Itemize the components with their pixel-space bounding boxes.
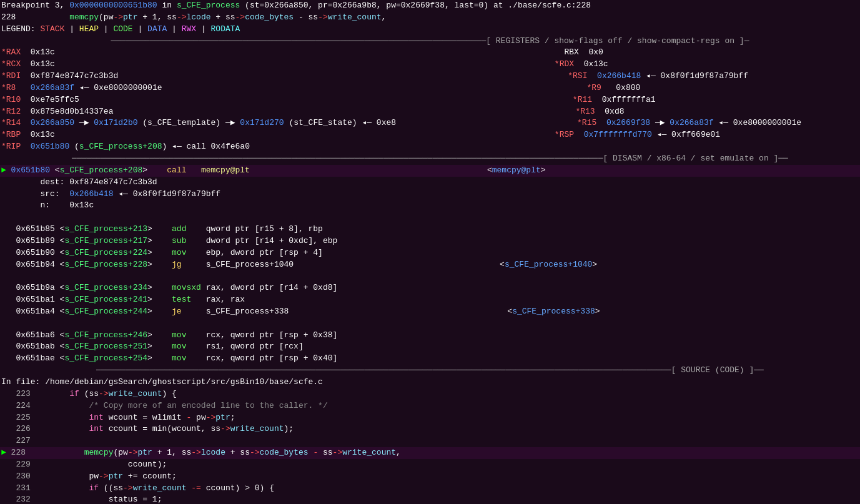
- disasm-7: 0x651ba4 <s_CFE_process+244> je s_CFE_pr…: [0, 306, 860, 318]
- disasm-header: ────────────────────────────────────────…: [0, 153, 860, 165]
- line-preview: 228 memcpy(pw->ptr + 1, ss->lcode + ss->…: [0, 12, 860, 24]
- disasm-src: src: 0x266b418 ◂— 0x8f0f1d9f87a79bff: [0, 189, 860, 200]
- disasm-n: n: 0x13c: [0, 200, 860, 212]
- disasm-2: 0x651b89 <s_CFE_process+217> sub dword p…: [0, 235, 860, 247]
- reg-row-2: *RCX 0x13c*RDX 0x13c: [0, 59, 860, 71]
- source-line-229: 229 ccount);: [0, 459, 860, 471]
- disasm-1: 0x651b85 <s_CFE_process+213> add qword p…: [0, 224, 860, 235]
- disasm-10: 0x651bae <s_CFE_process+254> mov rcx, qw…: [0, 353, 860, 365]
- reg-row-5: *R10 0xe7e5ffc5*R11 0xfffffffa1: [0, 94, 860, 106]
- source-line-224: 224 /* Copy more of an encoded line to t…: [0, 400, 860, 412]
- reg-row-8: *RBP 0x13c*RSP 0x7fffffffd770 ◂— 0xff669…: [0, 129, 860, 141]
- reg-row-6: *R12 0x875e8d0b14337ea*R13 0xd8: [0, 106, 860, 118]
- reg-row-3: *RDI 0xf874e8747c7c3b3d*RSI 0x266b418 ◂—…: [0, 71, 860, 82]
- source-line-231: 231 if ((ss->write_count -= ccount) > 0)…: [0, 483, 860, 495]
- disasm-dest: dest: 0xf874e8747c7c3b3d: [0, 177, 860, 189]
- registers-header: ────────────────────────────────────────…: [0, 36, 860, 47]
- legend-line: LEGEND: STACK | HEAP | CODE | DATA | RWX…: [0, 24, 860, 36]
- reg-row-7: *R14 0x266a850 —▶ 0x171d2b0 (s_CFE_templ…: [0, 117, 860, 129]
- source-line-225: 225 int wcount = wlimit - pw->ptr;: [0, 412, 860, 424]
- disasm-9: 0x651bab <s_CFE_process+251> mov rsi, qw…: [0, 341, 860, 353]
- source-line-227: 227: [0, 435, 860, 447]
- reg-row-1: *RAX 0x13c RBX 0x0: [0, 47, 860, 59]
- source-line-226: 226 int ccount = min(wcount, ss->write_c…: [0, 423, 860, 435]
- source-line-223: 223 if (ss->write_count) {: [0, 388, 860, 400]
- disasm-current: ► 0x651b80 <s_CFE_process+208> call memc…: [0, 165, 860, 177]
- source-line-230: 230 pw->ptr += ccount;: [0, 471, 860, 483]
- terminal: Breakpoint 3, 0x0000000000651b80 in s_CF…: [0, 0, 860, 504]
- source-line-232: 232 status = 1;: [0, 494, 860, 504]
- disasm-4: 0x651b94 <s_CFE_process+228> jg s_CFE_pr…: [0, 259, 860, 271]
- disasm-blank1: [0, 212, 860, 224]
- disasm-5: 0x651b9a <s_CFE_process+234> movsxd rax,…: [0, 282, 860, 294]
- reg-row-9: *RIP 0x651b80 (s_CFE_process+208) ◂— cal…: [0, 141, 860, 153]
- disasm-blank3: [0, 318, 860, 330]
- source-file-path: In file: /home/debian/gsSearch/ghostscri…: [0, 377, 860, 388]
- source-line-228: ► 228 memcpy(pw->ptr + 1, ss->lcode + ss…: [0, 447, 860, 459]
- reg-row-4: *R8 0x266a83f ◂— 0xe8000000001e*R9 0x800: [0, 82, 860, 94]
- disasm-8: 0x651ba6 <s_CFE_process+246> mov rcx, qw…: [0, 330, 860, 342]
- source-header: ────────────────────────────────────────…: [0, 365, 860, 377]
- breakpoint-line: Breakpoint 3, 0x0000000000651b80 in s_CF…: [0, 0, 860, 12]
- disasm-6: 0x651ba1 <s_CFE_process+241> test rax, r…: [0, 294, 860, 306]
- disasm-blank2: [0, 270, 860, 282]
- disasm-3: 0x651b90 <s_CFE_process+224> mov ebp, dw…: [0, 247, 860, 259]
